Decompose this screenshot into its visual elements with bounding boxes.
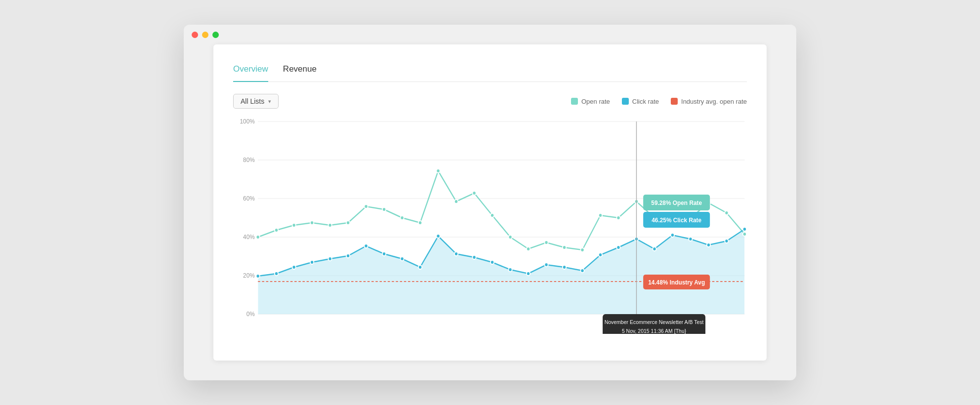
click-rate-icon xyxy=(622,98,629,105)
svg-point-53 xyxy=(436,234,440,238)
svg-point-22 xyxy=(382,207,386,211)
svg-text:5 Nov, 2015 11:36 AM [Thu}: 5 Nov, 2015 11:36 AM [Thu} xyxy=(622,328,687,334)
svg-point-52 xyxy=(418,265,422,269)
svg-text:0%: 0% xyxy=(246,311,255,318)
svg-point-57 xyxy=(508,268,512,272)
legend-open-rate-label: Open rate xyxy=(581,98,610,105)
svg-point-30 xyxy=(527,247,530,251)
chart-svg: 100% 80% 60% 40% 20% 0% xyxy=(233,117,747,334)
svg-point-18 xyxy=(310,221,314,225)
svg-point-60 xyxy=(563,265,566,269)
tab-bar: Overview Revenue xyxy=(233,59,747,82)
svg-text:80%: 80% xyxy=(243,157,255,164)
svg-point-55 xyxy=(472,255,476,259)
toolbar: All Lists ▾ Open rate Click rate Industr… xyxy=(233,94,747,109)
legend-click-rate: Click rate xyxy=(622,98,659,105)
svg-point-44 xyxy=(275,272,278,276)
legend-click-rate-label: Click rate xyxy=(632,98,659,105)
svg-point-56 xyxy=(490,260,494,264)
legend-industry-avg: Industry avg. open rate xyxy=(671,98,747,105)
svg-point-59 xyxy=(544,263,548,267)
svg-point-65 xyxy=(653,247,656,251)
dropdown-label: All Lists xyxy=(241,97,264,105)
svg-point-23 xyxy=(400,216,404,220)
svg-point-20 xyxy=(346,221,350,225)
svg-point-47 xyxy=(328,257,331,261)
svg-point-49 xyxy=(364,244,368,248)
svg-point-35 xyxy=(616,216,620,220)
svg-text:14.48% Industry Avg: 14.48% Industry Avg xyxy=(648,279,705,286)
svg-point-45 xyxy=(292,265,296,269)
chevron-down-icon: ▾ xyxy=(268,98,271,105)
svg-point-43 xyxy=(256,274,260,278)
svg-point-63 xyxy=(616,245,620,249)
svg-point-70 xyxy=(743,227,746,231)
svg-point-66 xyxy=(671,233,674,237)
svg-point-41 xyxy=(725,211,728,215)
svg-point-61 xyxy=(580,269,584,273)
svg-text:60%: 60% xyxy=(243,195,255,202)
close-button[interactable] xyxy=(192,32,198,38)
svg-point-62 xyxy=(599,253,602,257)
tab-revenue[interactable]: Revenue xyxy=(283,59,317,82)
svg-point-32 xyxy=(563,245,566,249)
app-window: Overview Revenue All Lists ▾ Open rate C… xyxy=(184,25,796,380)
svg-point-34 xyxy=(599,213,602,217)
svg-point-48 xyxy=(346,254,350,258)
svg-point-31 xyxy=(544,241,548,244)
tab-overview[interactable]: Overview xyxy=(233,59,268,82)
svg-text:November Ecommerce Newsletter : November Ecommerce Newsletter A/B Test xyxy=(605,319,704,325)
minimize-button[interactable] xyxy=(202,32,208,38)
svg-point-27 xyxy=(472,191,476,195)
svg-point-51 xyxy=(400,257,404,261)
svg-point-42 xyxy=(743,232,746,236)
svg-text:100%: 100% xyxy=(240,118,254,125)
svg-point-17 xyxy=(292,223,296,227)
svg-point-24 xyxy=(418,221,422,225)
maximize-button[interactable] xyxy=(212,32,219,38)
svg-text:40%: 40% xyxy=(243,234,255,241)
svg-point-54 xyxy=(454,252,458,256)
content-area: Overview Revenue All Lists ▾ Open rate C… xyxy=(213,44,767,361)
svg-point-19 xyxy=(328,223,331,227)
svg-point-29 xyxy=(508,235,512,239)
open-rate-icon xyxy=(571,98,578,105)
svg-point-15 xyxy=(256,235,260,239)
svg-point-67 xyxy=(689,237,692,241)
svg-point-16 xyxy=(275,228,278,232)
industry-avg-icon xyxy=(671,98,678,105)
svg-text:20%: 20% xyxy=(243,272,255,280)
legend-industry-avg-label: Industry avg. open rate xyxy=(681,98,747,105)
svg-point-58 xyxy=(527,272,530,276)
svg-point-21 xyxy=(364,204,368,208)
legend-open-rate: Open rate xyxy=(571,98,610,105)
svg-text:46.25% Click Rate: 46.25% Click Rate xyxy=(652,217,701,224)
svg-point-46 xyxy=(310,260,314,264)
chart-container: 100% 80% 60% 40% 20% 0% xyxy=(233,117,747,334)
titlebar xyxy=(184,25,796,44)
svg-point-69 xyxy=(725,239,728,243)
svg-point-28 xyxy=(490,213,494,217)
svg-point-26 xyxy=(454,200,458,203)
svg-marker-13 xyxy=(258,229,744,314)
chart-legend: Open rate Click rate Industry avg. open … xyxy=(571,98,747,105)
svg-point-50 xyxy=(382,252,386,256)
svg-point-33 xyxy=(580,248,584,252)
svg-text:59.28% Open Rate: 59.28% Open Rate xyxy=(651,200,702,207)
list-dropdown[interactable]: All Lists ▾ xyxy=(233,94,279,109)
svg-point-68 xyxy=(707,243,710,247)
svg-point-25 xyxy=(436,169,440,173)
